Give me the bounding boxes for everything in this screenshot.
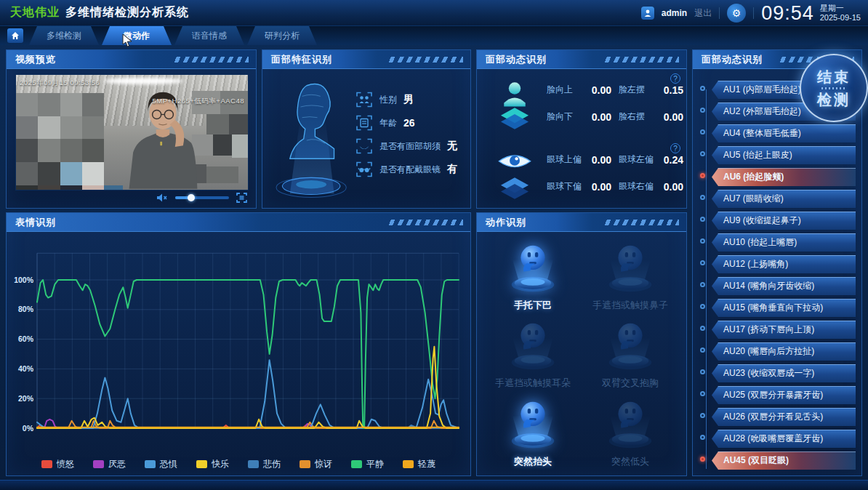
legend-item-厌恶[interactable]: 厌恶	[93, 458, 126, 470]
au-item[interactable]: AU4 (整体眉毛低垂)	[712, 124, 856, 142]
au-status-dot	[700, 195, 705, 200]
mosaic-block	[38, 139, 60, 162]
au-status-dot	[700, 217, 705, 222]
au-status-dot	[700, 282, 705, 287]
au-item[interactable]: AU10 (抬起上嘴唇)	[712, 233, 856, 252]
au-status-dot	[700, 413, 705, 418]
au-label: AU28 (吮吸嘴唇覆盖牙齿)	[712, 430, 856, 448]
dynamics-group: ?脸向上0.00脸左摆0.15脸向下0.00脸右摆0.00	[477, 72, 686, 139]
au-item[interactable]: AU5 (抬起上眼皮)	[712, 146, 856, 164]
feature-value: 26	[403, 117, 415, 129]
mosaic-block	[60, 93, 82, 116]
au-status-dot	[700, 391, 705, 396]
video-player[interactable]: 2025年09月15 09:53:56 5MP+H265+低码率+AAC48	[15, 74, 249, 190]
au-list: AU1 (内部眉毛抬起)AU2 (外部眉毛抬起)AU4 (整体眉毛低垂)AU5 …	[699, 81, 856, 473]
home-icon	[11, 31, 20, 40]
au-status-dot	[700, 369, 705, 374]
metric-value: 0.00	[590, 181, 611, 193]
action-item-突然抬头: 突然抬头	[484, 393, 582, 471]
y-axis-tick: 40%	[18, 364, 34, 373]
au-status-dot	[700, 108, 705, 113]
legend-item-恐惧[interactable]: 恐惧	[145, 458, 177, 470]
mute-icon[interactable]	[156, 193, 168, 203]
au-label: AU6 (抬起脸颊)	[712, 168, 856, 186]
metric-value: 0.00	[586, 111, 611, 123]
au-label: AU25 (双唇分开暴露牙齿)	[712, 386, 856, 404]
feature-value: 有	[447, 163, 457, 176]
feature-row: 是否有配戴眼镜有	[355, 161, 466, 178]
panel-expression-recognition: 表情识别 0%20%40%60%80%100% 愤怒厌恶恐惧快乐悲伤惊讶平静轻蔑	[6, 212, 471, 476]
metric-label: 眼球下偏	[547, 180, 583, 193]
legend-swatch	[300, 460, 310, 468]
video-osd-datetime: 2025年09月15 09:53:56	[20, 79, 100, 88]
action-label: 突然抬头	[514, 455, 552, 468]
tab-研判分析[interactable]: 研判分析	[247, 26, 317, 45]
au-item[interactable]: AU17 (挤动下唇向上顶)	[712, 321, 856, 339]
metric-value: 0.24	[662, 154, 683, 166]
au-item[interactable]: AU15 (嘴角垂直向下拉动)	[712, 299, 856, 317]
help-icon[interactable]: ?	[670, 73, 680, 84]
feature-label: 年龄	[379, 117, 397, 129]
legend-item-快乐[interactable]: 快乐	[196, 458, 229, 470]
au-item[interactable]: AU9 (收缩提起鼻子)	[712, 212, 856, 230]
legend-label: 快乐	[212, 458, 229, 470]
mosaic-block	[232, 134, 248, 158]
end-button-line2: 检测	[817, 91, 851, 108]
au-item[interactable]: AU14 (嘴角向牙齿收缩)	[712, 277, 856, 295]
end-detection-button[interactable]: 结束 检测	[800, 54, 868, 122]
au-item[interactable]: AU26 (双唇分开看见舌头)	[712, 408, 856, 426]
au-item[interactable]: AU28 (吮吸嘴唇覆盖牙齿)	[712, 430, 856, 448]
user-avatar-icon	[641, 7, 654, 20]
mosaic-block	[16, 185, 38, 190]
action-item-手遮挡或触摸鼻子: 手遮挡或触摸鼻子	[582, 236, 679, 315]
au-item[interactable]: AU20 (嘴唇向后方拉扯)	[712, 342, 856, 361]
panel-title: 动作识别	[477, 213, 686, 232]
au-item[interactable]: AU12 (上扬嘴角)	[712, 255, 856, 273]
fullscreen-icon[interactable]	[236, 193, 247, 203]
panel-video-preview: 视频预览 2025年09月15 09:53:56 5MP+H265+低码率+AA…	[6, 49, 257, 209]
au-item[interactable]: AU23 (收缩双唇成一字)	[712, 364, 856, 382]
au-item[interactable]: AU6 (抬起脸颊)	[712, 168, 856, 186]
au-label: AU45 (双目眨眼)	[712, 451, 856, 470]
au-label: AU4 (整体眉毛低垂)	[712, 124, 856, 142]
legend-label: 悲伤	[263, 458, 281, 470]
legend-item-悲伤[interactable]: 悲伤	[248, 458, 281, 470]
y-axis-tick: 0%	[23, 424, 34, 433]
au-item[interactable]: AU45 (双目眨眼)	[712, 451, 856, 470]
metric-label: 眼球右偏	[619, 180, 655, 193]
au-item[interactable]: AU25 (双唇分开暴露牙齿)	[712, 386, 856, 404]
legend-swatch	[403, 460, 414, 468]
feature-value: 无	[447, 140, 457, 153]
au-item[interactable]: AU7 (眼睛收缩)	[712, 190, 856, 208]
legend-item-平静[interactable]: 平静	[351, 458, 384, 470]
mosaic-block	[38, 185, 60, 190]
volume-slider[interactable]	[175, 196, 229, 199]
dynamics-metrics: 脸向上0.00脸左摆0.15脸向下0.00脸右摆0.00	[547, 84, 683, 123]
eye-icon	[496, 148, 534, 201]
home-button[interactable]	[7, 28, 23, 43]
tab-微动作[interactable]: 微动作	[102, 26, 172, 45]
tab-多维检测[interactable]: 多维检测	[29, 26, 99, 45]
end-button-divider	[821, 87, 846, 89]
nav-bar: 多维检测微动作语音情感研判分析	[0, 26, 868, 45]
logout-button[interactable]: 退出	[694, 7, 712, 20]
au-label: AU12 (上扬嘴角)	[712, 255, 856, 273]
settings-gear-icon[interactable]: ⚙	[727, 4, 746, 23]
volume-knob[interactable]	[188, 194, 195, 201]
action-label: 双臂交叉抱胸	[602, 377, 659, 390]
au-status-dot	[700, 435, 705, 440]
clock-weekday: 星期一	[820, 4, 861, 13]
help-icon[interactable]: ?	[670, 143, 680, 153]
feature-row: 年龄26	[355, 114, 466, 132]
legend-item-惊讶[interactable]: 惊讶	[300, 458, 332, 470]
clock: 09:54 星期一 2025-09-15	[761, 2, 861, 25]
video-osd-stream: 5MP+H265+低码率+AAC48	[153, 97, 245, 106]
metric-label: 脸向下	[547, 111, 579, 123]
legend-item-愤怒[interactable]: 愤怒	[41, 458, 74, 470]
legend-item-轻蔑[interactable]: 轻蔑	[403, 458, 435, 470]
au-status-dot	[700, 348, 705, 353]
user-name[interactable]: admin	[662, 8, 687, 18]
mosaic-block	[82, 139, 104, 162]
tab-语音情感[interactable]: 语音情感	[174, 26, 244, 45]
mosaic-block	[206, 166, 239, 182]
